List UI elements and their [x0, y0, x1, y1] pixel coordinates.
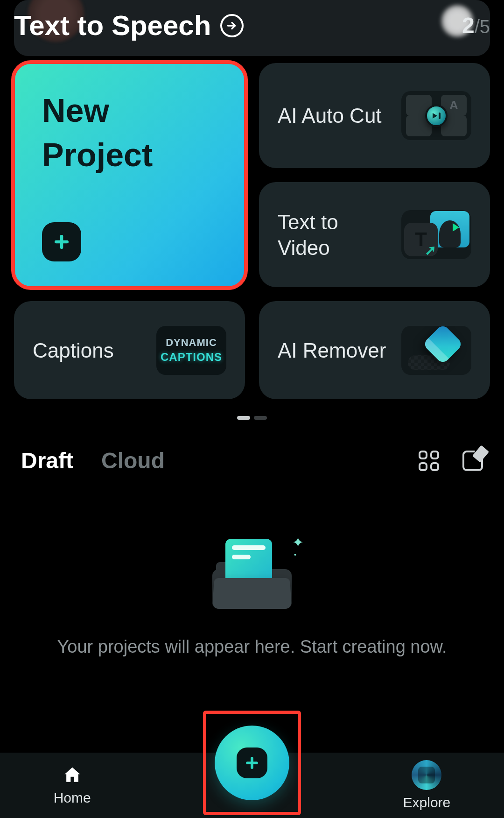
page-indicator: 2/5: [462, 13, 490, 38]
ai-remover-tile[interactable]: AI Remover: [259, 301, 490, 399]
explore-icon: [412, 760, 441, 790]
projects-header: Draft Cloud: [21, 448, 483, 473]
page-current: 2: [462, 13, 475, 38]
new-project-tile[interactable]: New Project: [14, 63, 245, 287]
dot-active[interactable]: [237, 416, 250, 420]
create-fab-highlight: [203, 711, 301, 815]
header-title: Text to Speech: [14, 9, 211, 42]
nav-explore-label: Explore: [403, 795, 451, 811]
nav-home[interactable]: Home: [54, 765, 91, 806]
carousel-dots[interactable]: [0, 416, 504, 420]
arrow-right-circle-icon[interactable]: [220, 14, 244, 37]
nav-home-label: Home: [54, 790, 91, 806]
grid-view-icon[interactable]: [419, 451, 439, 471]
captions-tile[interactable]: Captions DYNAMIC CAPTIONS: [14, 301, 245, 399]
dot[interactable]: [254, 416, 267, 420]
ai-remover-icon: [401, 326, 471, 375]
text-to-video-icon: T ➚: [401, 210, 471, 259]
tab-draft[interactable]: Draft: [21, 448, 73, 473]
text-to-video-label: Text to Video: [278, 209, 394, 261]
create-fab[interactable]: [215, 726, 289, 800]
home-icon: [61, 765, 84, 785]
ai-remover-label: AI Remover: [278, 338, 386, 363]
captions-icon: DYNAMIC CAPTIONS: [156, 326, 226, 375]
captions-label: Captions: [33, 338, 114, 363]
plus-icon: [42, 222, 81, 261]
page-total: 5: [480, 16, 490, 37]
nav-explore[interactable]: Explore: [403, 760, 451, 811]
edit-icon[interactable]: [462, 451, 483, 471]
empty-state: ✦ • Your projects will appear here. Star…: [0, 539, 504, 657]
tools-grid: New Project AI Auto Cut A Text to Video …: [14, 63, 490, 399]
empty-message: Your projects will appear here. Start cr…: [38, 637, 465, 657]
ai-auto-cut-icon: A: [401, 91, 471, 140]
new-project-label: New Project: [42, 89, 224, 177]
text-to-video-tile[interactable]: Text to Video T ➚: [259, 182, 490, 287]
empty-folder-icon: ✦ •: [212, 539, 292, 609]
plus-icon: [237, 747, 267, 778]
ai-auto-cut-label: AI Auto Cut: [278, 103, 382, 128]
header-row: Text to Speech 2/5: [14, 9, 490, 42]
ai-auto-cut-tile[interactable]: AI Auto Cut A: [259, 63, 490, 168]
tab-cloud[interactable]: Cloud: [101, 448, 165, 473]
